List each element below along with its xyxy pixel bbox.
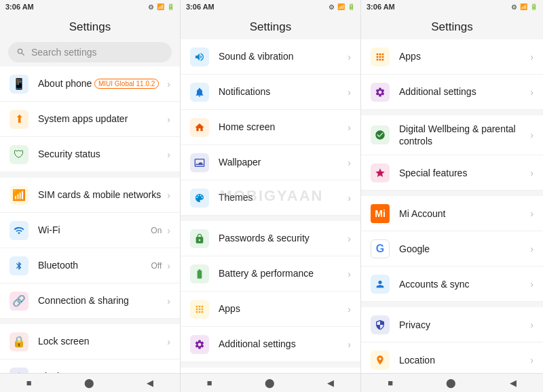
list-item[interactable]: ⬆ System apps updater › — [0, 102, 180, 137]
system-apps-content: System apps updater — [38, 113, 164, 125]
home-label: Home screen — [219, 121, 345, 133]
special-icon — [371, 163, 390, 182]
panel-2-list: Sound & vibration › Notifications › — [181, 39, 360, 373]
chevron-icon: › — [530, 130, 533, 140]
lock-content: Lock screen — [38, 335, 164, 347]
wifi-right: On › — [151, 225, 170, 236]
system-apps-label: System apps updater — [38, 113, 164, 125]
nav-home-icon-3[interactable]: ■ — [388, 378, 393, 388]
chevron-icon: › — [530, 279, 533, 290]
list-item[interactable]: Digital Wellbeing & parental controls › — [361, 115, 543, 155]
panel-3: Settings Apps › — [361, 14, 543, 373]
list-item[interactable]: Special features › — [361, 155, 543, 191]
chevron-icon: › — [530, 355, 533, 366]
home-content: Home screen — [219, 121, 345, 133]
password-icon — [190, 229, 209, 248]
apps2-label: Apps — [399, 50, 527, 62]
list-item[interactable]: Home screen › — [181, 110, 360, 145]
lock-label: Lock screen — [38, 335, 164, 347]
search-placeholder: Search settings — [31, 47, 97, 58]
chevron-icon: › — [348, 122, 351, 133]
themes-label: Themes — [219, 191, 345, 203]
divider — [181, 362, 360, 368]
list-item[interactable]: Wi-Fi On › — [0, 213, 180, 248]
battery-icon — [190, 264, 209, 283]
nav-home-icon-2[interactable]: ■ — [207, 378, 212, 388]
nav-back-icon-2[interactable]: ◀ — [327, 378, 334, 388]
mi-content: Mi Account — [399, 208, 527, 220]
panel-1-list: 📱 About phone MIUI Global 11.0.2 › ⬆ Sys… — [0, 66, 180, 373]
nav-back-icon[interactable]: ◀ — [147, 378, 153, 388]
themes-icon — [190, 189, 209, 208]
list-item[interactable]: Battery & performance › — [181, 256, 360, 292]
list-item[interactable]: 📶 SIM cards & mobile networks › — [0, 178, 180, 213]
location-icon — [371, 351, 390, 370]
nav-circle-icon-3[interactable]: ⬤ — [446, 378, 456, 388]
list-item[interactable]: Passwords & security › — [181, 221, 360, 256]
about-phone-content: About phone — [38, 77, 94, 90]
chevron-icon: › — [348, 233, 351, 244]
chevron-icon: › — [167, 149, 170, 160]
system-apps-icon: ⬆ — [10, 110, 29, 129]
chevron-icon: › — [348, 52, 351, 62]
list-item[interactable]: Privacy › — [361, 307, 543, 342]
list-item[interactable]: Additional settings › — [361, 75, 543, 110]
chevron-icon: › — [530, 52, 533, 62]
sound2-content: Sound & vibration — [219, 50, 345, 62]
nav-circle-icon[interactable]: ⬤ — [84, 378, 94, 388]
nav-circle-icon-2[interactable]: ⬤ — [265, 378, 275, 388]
list-item[interactable]: 🛡 Security status › — [0, 137, 180, 172]
apps2-content: Apps — [399, 50, 527, 62]
divider — [0, 172, 180, 178]
list-item[interactable]: Additional settings › — [181, 327, 360, 362]
special-content: Special features — [399, 167, 527, 179]
location-label: Location — [399, 354, 527, 366]
bluetooth-content: Bluetooth — [38, 259, 151, 271]
status-icons-3: ⚙📶🔋 — [511, 3, 538, 11]
list-item[interactable]: ☀ Display › — [0, 359, 180, 373]
list-item[interactable]: 🔗 Connection & sharing › — [0, 283, 180, 319]
bluetooth-label: Bluetooth — [38, 259, 151, 271]
nav-back-icon-3[interactable]: ◀ — [510, 378, 517, 388]
list-item[interactable]: Apps › — [361, 39, 543, 75]
status-time-2: 3:06 AM — [186, 3, 214, 11]
list-item[interactable]: Accounts & sync › — [361, 267, 543, 302]
google-icon: G — [371, 239, 390, 258]
list-item[interactable]: Location › — [361, 342, 543, 373]
list-item[interactable]: Mi Mi Account › — [361, 196, 543, 231]
apps-icon — [190, 300, 209, 319]
list-item[interactable]: Digital Wellbeing & parental controls › — [181, 368, 360, 373]
about-phone-label: About phone — [38, 77, 94, 90]
display-icon: ☀ — [10, 368, 29, 374]
sound2-icon — [190, 47, 209, 66]
list-item[interactable]: 📱 About phone MIUI Global 11.0.2 › — [0, 66, 180, 102]
list-item[interactable]: 🔒 Lock screen › — [0, 324, 180, 359]
list-item[interactable]: Themes › — [181, 180, 360, 216]
miui-badge: MIUI Global 11.0.2 — [94, 79, 159, 89]
chevron-icon: › — [530, 87, 533, 98]
list-item[interactable]: G Google › — [361, 231, 543, 267]
list-item[interactable]: Wallpaper › — [181, 145, 360, 180]
home-icon — [190, 118, 209, 137]
search-bar[interactable]: Search settings — [8, 42, 172, 62]
sound2-label: Sound & vibration — [219, 50, 345, 62]
special-label: Special features — [399, 167, 527, 179]
accounts-label: Accounts & sync — [399, 278, 527, 290]
panel-2-title: Settings — [181, 14, 360, 39]
mi-icon: Mi — [371, 204, 390, 223]
chevron-icon: › — [530, 168, 533, 178]
panel-1-title: Settings — [0, 14, 180, 39]
chevron-icon: › — [530, 319, 533, 330]
list-item[interactable]: Bluetooth Off › — [0, 248, 180, 283]
chevron-icon: › — [167, 114, 170, 125]
list-item[interactable]: Sound & vibration › — [181, 39, 360, 75]
lock-icon: 🔒 — [10, 332, 29, 351]
list-item[interactable]: Notifications › — [181, 75, 360, 110]
privacy-content: Privacy — [399, 319, 527, 331]
chevron-icon: › — [167, 190, 170, 201]
nav-home-icon[interactable]: ■ — [26, 378, 32, 388]
battery-content: Battery & performance — [219, 267, 345, 279]
search-icon — [16, 47, 26, 57]
list-item[interactable]: Apps › — [181, 292, 360, 327]
google-label: Google — [399, 243, 527, 255]
